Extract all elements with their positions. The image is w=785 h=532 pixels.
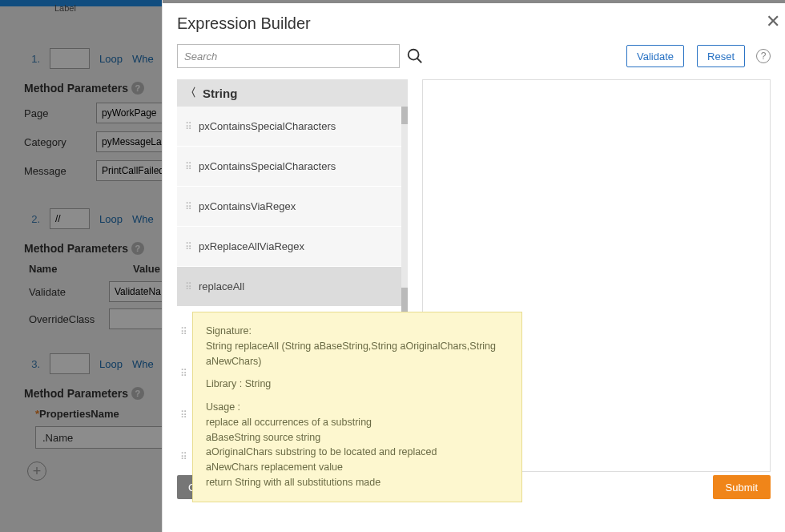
category-name: String [203, 87, 237, 100]
submit-label: Submit [726, 482, 758, 494]
function-name: pxContainsViaRegex [199, 200, 296, 212]
help-icon[interactable]: ? [756, 49, 771, 63]
reset-label: Reset [707, 50, 735, 62]
tooltip-usage-line: aNewChars replacement value [206, 460, 509, 475]
category-header[interactable]: 〈 String [177, 79, 408, 107]
tooltip-usage-line: aOriginalChars substring to be located a… [206, 445, 509, 460]
function-item[interactable]: ⠿ pxContainsViaRegex [177, 187, 401, 227]
tooltip-library: Library : String [206, 377, 509, 392]
tooltip-signature-text: String replaceAll (String aBaseString,St… [206, 339, 509, 369]
function-item-selected[interactable]: ⠿ replaceAll [177, 267, 401, 307]
tooltip-usage-line: replace all occurrences of a substring [206, 415, 509, 430]
submit-button[interactable]: Submit [713, 475, 771, 499]
drag-handle-icon[interactable]: ⠿ [185, 121, 191, 132]
tooltip-usage-label: Usage : [206, 400, 509, 415]
modal-title: Expression Builder [177, 14, 771, 33]
help-glyph: ? [761, 50, 767, 62]
svg-point-0 [409, 50, 419, 60]
search-placeholder: Search [184, 50, 217, 62]
drag-handle-icon[interactable]: ⠿ [185, 241, 191, 252]
search-input[interactable]: Search [177, 44, 400, 68]
function-name: pxContainsSpecialCharacters [199, 160, 336, 172]
reset-button[interactable]: Reset [697, 45, 745, 67]
close-icon[interactable]: ✕ [766, 11, 780, 32]
drag-handle-icon[interactable]: ⠿ [185, 281, 191, 292]
search-icon[interactable] [406, 47, 424, 65]
function-name: pxContainsSpecialCharacters [199, 120, 336, 132]
tooltip-usage-line: aBaseString source string [206, 430, 509, 445]
drag-handle-icon[interactable]: ⠿ [185, 161, 191, 172]
function-item[interactable]: ⠿ pxContainsSpecialCharacters [177, 107, 401, 147]
svg-line-1 [417, 58, 422, 63]
validate-button[interactable]: Validate [626, 45, 684, 67]
modal-top-stripe [163, 0, 785, 3]
tooltip-signature-label: Signature: [206, 324, 509, 339]
function-tooltip: Signature: String replaceAll (String aBa… [192, 312, 522, 502]
function-name: pxReplaceAllViaRegex [199, 240, 304, 252]
function-name: replaceAll [199, 280, 244, 292]
chevron-left-icon: 〈 [185, 86, 196, 100]
function-item[interactable]: ⠿ pxReplaceAllViaRegex [177, 227, 401, 267]
scroll-arrow-top[interactable] [401, 107, 408, 124]
modal-toolbar: Search Validate Reset ? [177, 44, 771, 68]
drag-handle-icon[interactable]: ⠿ [185, 201, 191, 212]
expression-builder-modal: ✕ Expression Builder Search Validate Res… [162, 0, 785, 532]
tooltip-usage-line: return String with all substitutions mad… [206, 475, 509, 490]
function-item[interactable]: ⠿ pxContainsSpecialCharacters [177, 147, 401, 187]
modal-body: 〈 String ⠿ pxContainsSpecialCharacters ⠿… [177, 79, 771, 472]
validate-label: Validate [637, 50, 674, 62]
